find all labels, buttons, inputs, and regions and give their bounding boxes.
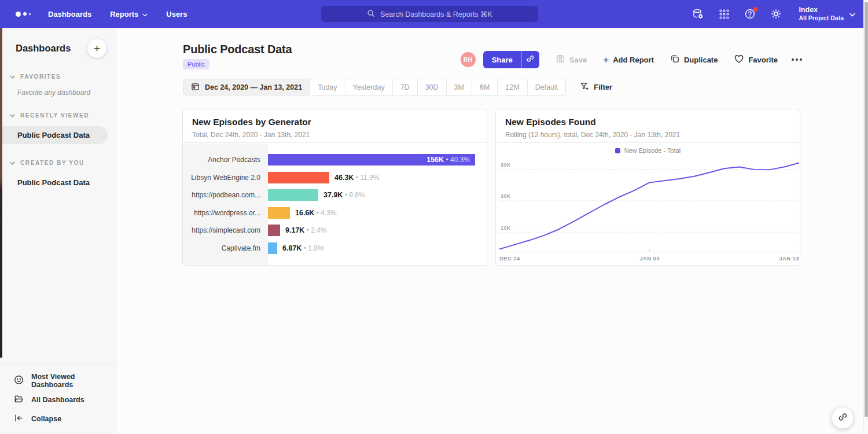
bar-label: https://podbean.com... bbox=[183, 191, 268, 199]
preset-today[interactable]: Today bbox=[310, 79, 344, 95]
search-placeholder: Search Dashboards & Reports ⌘K bbox=[380, 10, 492, 19]
nav-item-users[interactable]: Users bbox=[166, 10, 187, 19]
preset-6m[interactable]: 6M bbox=[472, 79, 497, 95]
navbar-right: Index All Project Data bbox=[692, 0, 855, 28]
bar-value: 46.3K bbox=[334, 174, 354, 182]
sidebar-section-header[interactable]: FAVORITES bbox=[0, 73, 116, 80]
smiley-icon bbox=[14, 375, 24, 387]
nav-item-dashboards[interactable]: Dashboards bbox=[48, 10, 91, 19]
date-range-button[interactable]: Dec 24, 2020 — Jan 13, 2021 bbox=[183, 79, 310, 95]
sidebar-section-header[interactable]: CREATED BY YOU bbox=[0, 160, 116, 166]
apps-grid-icon[interactable] bbox=[718, 8, 730, 20]
preset-default[interactable]: Default bbox=[527, 79, 566, 95]
card-title: New Episodes by Generator bbox=[192, 117, 477, 127]
most-viewed-dashboards-button[interactable]: Most Viewed Dashboards bbox=[0, 371, 116, 390]
more-options-button[interactable] bbox=[792, 58, 802, 61]
chevron-down-icon bbox=[849, 9, 855, 19]
nav-links: DashboardsReportsUsers bbox=[48, 10, 187, 19]
bar-value: 6.87K bbox=[282, 244, 301, 252]
bar[interactable] bbox=[268, 242, 277, 254]
bar[interactable] bbox=[268, 207, 290, 219]
filter-icon bbox=[580, 82, 589, 93]
bar-label: Libsyn WebEngine 2.0 bbox=[183, 174, 268, 182]
share-button[interactable]: Share bbox=[483, 51, 522, 68]
nav-item-reports[interactable]: Reports bbox=[110, 10, 148, 19]
background-window-sliver bbox=[0, 28, 2, 358]
bar-row: Captivate.fm6.87K • 1.8% bbox=[183, 240, 487, 258]
bar-value: 156K bbox=[426, 156, 444, 164]
heart-icon bbox=[734, 54, 744, 65]
main-content: Public Podcast Data Public RH Share Save… bbox=[117, 28, 863, 434]
chevron-down-icon bbox=[10, 160, 15, 166]
brand-logo[interactable] bbox=[16, 12, 31, 17]
bar[interactable] bbox=[268, 172, 329, 183]
bar[interactable] bbox=[268, 189, 318, 201]
x-axis-label: JAN 13 bbox=[779, 255, 799, 262]
project-scope: All Project Data bbox=[799, 14, 844, 22]
card-new-episodes-found: New Episodes Found Rolling (12 hours), t… bbox=[495, 109, 800, 266]
floating-share-link-button[interactable] bbox=[832, 407, 854, 429]
bar-row: Libsyn WebEngine 2.046.3K • 11.9% bbox=[183, 169, 487, 187]
calendar-icon bbox=[191, 82, 200, 93]
link-icon bbox=[526, 54, 535, 65]
bar-value: 37.9K bbox=[323, 191, 343, 199]
filter-button[interactable]: Filter bbox=[580, 82, 612, 93]
save-button[interactable]: Save bbox=[556, 54, 587, 65]
data-source-icon[interactable] bbox=[692, 8, 704, 20]
bar-value: 16.6K bbox=[295, 209, 314, 217]
preset-7d[interactable]: 7D bbox=[392, 79, 417, 95]
date-presets: TodayYesterday7D30D3M6M12MDefault bbox=[310, 79, 565, 95]
all-dashboards-button[interactable]: All Dashboards bbox=[0, 390, 116, 409]
bar-label: Anchor Podcasts bbox=[183, 156, 268, 164]
card-title: New Episodes Found bbox=[505, 117, 790, 127]
sidebar-footer: Most Viewed DashboardsAll DashboardsColl… bbox=[0, 365, 116, 434]
search-input[interactable]: Search Dashboards & Reports ⌘K bbox=[321, 6, 538, 22]
chevron-down-icon bbox=[142, 10, 148, 19]
share-button-group: Share bbox=[483, 51, 539, 68]
project-selector[interactable]: Index All Project Data bbox=[799, 6, 855, 22]
line-chart-svg bbox=[499, 157, 799, 252]
preset-12m[interactable]: 12M bbox=[497, 79, 527, 95]
add-dashboard-button[interactable]: + bbox=[87, 39, 106, 58]
sidebar: Dashboards + FAVORITESFavorite any dashb… bbox=[0, 28, 116, 434]
sidebar-item[interactable]: Public Podcast Data bbox=[0, 174, 116, 192]
project-name: Index bbox=[799, 6, 844, 14]
bar[interactable]: 156K • 40.3% bbox=[268, 154, 475, 165]
bar-percent: 9.8% bbox=[349, 191, 365, 199]
bar-row: Anchor Podcasts156K • 40.3% bbox=[183, 151, 487, 169]
card-subtitle: Rolling (12 hours), total, Dec 24th, 202… bbox=[505, 131, 790, 139]
chart-legend: New Episode - Total bbox=[496, 144, 800, 157]
share-link-button[interactable] bbox=[522, 51, 539, 68]
scrollbar-thumb[interactable] bbox=[865, 2, 868, 417]
preset-30d[interactable]: 30D bbox=[417, 79, 446, 95]
legend-swatch bbox=[615, 148, 620, 153]
date-toolbar: Dec 24, 2020 — Jan 13, 2021 TodayYesterd… bbox=[183, 79, 612, 95]
help-icon[interactable] bbox=[744, 8, 756, 20]
sidebar-empty-hint: Favorite any dashboard bbox=[17, 89, 116, 97]
bar-value: 9.17K bbox=[285, 226, 304, 234]
sidebar-title: Dashboards bbox=[16, 43, 71, 54]
bar-percent: 2.4% bbox=[311, 226, 326, 234]
folder-icon bbox=[14, 394, 24, 406]
collapse-button[interactable]: Collapse bbox=[0, 409, 116, 428]
chevron-down-icon bbox=[10, 112, 15, 119]
line-plot[interactable]: 10K20K30K bbox=[499, 157, 799, 252]
x-axis-label: DEC 24 bbox=[499, 255, 520, 262]
preset-yesterday[interactable]: Yesterday bbox=[345, 79, 392, 95]
preset-3m[interactable]: 3M bbox=[446, 79, 472, 95]
bar[interactable] bbox=[268, 225, 280, 236]
x-axis-labels: DEC 24JAN 03JAN 13 bbox=[499, 255, 799, 262]
avatar[interactable]: RH bbox=[461, 52, 476, 67]
gear-icon[interactable] bbox=[770, 8, 782, 20]
sidebar-section-header[interactable]: RECENTLY VIEWED bbox=[0, 112, 116, 119]
bar-label: Captivate.fm bbox=[183, 244, 268, 252]
favorite-button[interactable]: Favorite bbox=[734, 54, 778, 65]
legend-label: New Episode - Total bbox=[624, 147, 681, 154]
bar-label: https://simplecast.com bbox=[183, 226, 268, 234]
duplicate-button[interactable]: Duplicate bbox=[670, 54, 718, 65]
date-range-box: Dec 24, 2020 — Jan 13, 2021 TodayYesterd… bbox=[183, 79, 566, 95]
add-report-button[interactable]: + Add Report bbox=[603, 55, 654, 65]
sidebar-item[interactable]: Public Podcast Data bbox=[0, 126, 108, 144]
chevron-down-icon bbox=[10, 73, 15, 80]
bar-percent: 40.3% bbox=[450, 156, 470, 164]
